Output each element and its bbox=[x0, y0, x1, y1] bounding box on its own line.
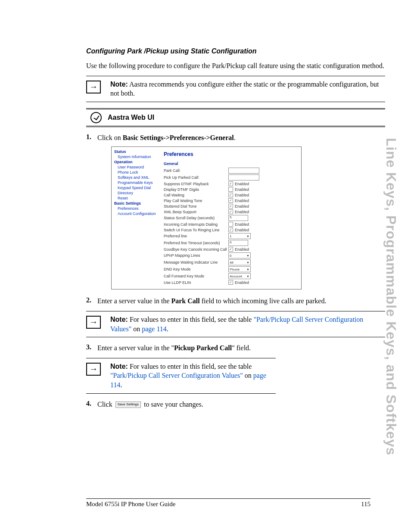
pref-control bbox=[228, 174, 299, 180]
pref-row: Preferred line1▼ bbox=[164, 233, 299, 239]
footer-page-number: 115 bbox=[361, 501, 371, 508]
nav-item[interactable]: Softkeys and XML bbox=[118, 175, 159, 180]
nav-item[interactable]: System Information bbox=[118, 155, 159, 159]
checkbox[interactable]: ✓ bbox=[228, 227, 233, 232]
pref-control: 0▼ bbox=[228, 252, 299, 258]
chevron-down-icon: ▼ bbox=[246, 235, 249, 238]
pref-control bbox=[228, 168, 299, 174]
checkbox[interactable]: ✓ bbox=[228, 247, 233, 252]
link-park-pickup-values[interactable]: "Park/Pickup Call Server Configuration V… bbox=[110, 372, 243, 379]
step-2: 2. Enter a server value in the Park Call… bbox=[86, 296, 385, 306]
text-input[interactable]: 0 bbox=[228, 240, 248, 246]
link-page-114[interactable]: page 114 bbox=[142, 325, 167, 333]
checkbox-label: Enabled bbox=[235, 193, 249, 197]
panel-title: Preferences bbox=[164, 151, 299, 157]
nav-header-basic: Basic Settings bbox=[114, 201, 159, 205]
pref-control: ✓Enabled bbox=[228, 198, 299, 203]
pref-label: Display DTMF Digits bbox=[164, 187, 228, 192]
step-number: 4. bbox=[86, 400, 97, 409]
checkbox[interactable]: ✓ bbox=[228, 181, 233, 186]
pref-label: Stuttered Dial Tone bbox=[164, 204, 228, 208]
pref-control: ✓Enabled bbox=[228, 181, 299, 186]
checkbox[interactable]: ✓ bbox=[228, 193, 233, 197]
pref-row: Preferred line Timeout (seconds)0 bbox=[164, 240, 299, 246]
pref-control: Enabled bbox=[228, 187, 299, 192]
pref-row: Pick Up Parked Call: bbox=[164, 174, 299, 180]
chevron-down-icon: ▼ bbox=[246, 275, 249, 278]
pref-control: ✓Enabled bbox=[228, 247, 299, 252]
checkbox[interactable] bbox=[228, 187, 233, 192]
pref-label: Use LLDP ELIN bbox=[164, 280, 228, 285]
pref-control: ✓Enabled bbox=[228, 193, 299, 197]
checkbox-label: Enabled bbox=[235, 228, 249, 232]
note-label: Note: bbox=[110, 316, 128, 323]
checkbox[interactable]: ✓ bbox=[228, 198, 233, 203]
text-input[interactable]: 5 bbox=[228, 215, 248, 221]
nav-header-operation: Operation bbox=[114, 160, 159, 164]
step-1: 1. Click on Basic Settings->Preferences-… bbox=[86, 133, 385, 143]
checkbox[interactable]: ✓ bbox=[228, 209, 233, 214]
checkbox-label: Enabled bbox=[235, 204, 249, 208]
pref-label: Switch UI Focus To Ringing Line bbox=[164, 228, 228, 232]
pref-row: Incoming Call Interrupts DialingEnabled bbox=[164, 222, 299, 227]
side-chapter-title: Line Keys, Programmable Keys, and Softke… bbox=[383, 138, 399, 455]
pref-label: UPnP Mapping Lines bbox=[164, 253, 228, 258]
pref-control: Account▼ bbox=[228, 273, 299, 279]
step-4: 4. Click Save Settings to save your chan… bbox=[86, 400, 385, 409]
text-input[interactable] bbox=[228, 168, 259, 174]
nav-sidebar: Status System Information Operation User… bbox=[112, 147, 161, 289]
select-input[interactable]: All▼ bbox=[228, 259, 251, 265]
pref-row: Call Forward Key ModeAccount▼ bbox=[164, 273, 299, 279]
pref-control: ✓Enabled bbox=[228, 204, 299, 208]
nav-item[interactable]: User Password bbox=[118, 165, 159, 169]
checkbox-label: Enabled bbox=[235, 210, 249, 214]
arrow-right-icon: → bbox=[86, 316, 101, 329]
pref-control: 5 bbox=[228, 215, 299, 221]
step-number: 1. bbox=[86, 133, 97, 143]
pref-row: Switch UI Focus To Ringing Line✓Enabled bbox=[164, 227, 299, 232]
step-number: 3. bbox=[86, 343, 97, 353]
nav-item[interactable]: Directory bbox=[118, 191, 159, 195]
nav-item[interactable]: Programmable Keys bbox=[118, 180, 159, 185]
pref-row: Use LLDP ELIN✓Enabled bbox=[164, 280, 299, 285]
note-block-1: → Note: Aastra recommends you configure … bbox=[86, 76, 385, 102]
checkbox[interactable]: ✓ bbox=[228, 280, 233, 285]
note-block-2: → Note: For values to enter in this fiel… bbox=[86, 311, 385, 337]
select-input[interactable]: 0▼ bbox=[228, 252, 251, 258]
chevron-down-icon: ▼ bbox=[246, 261, 249, 264]
arrow-right-icon: → bbox=[86, 81, 101, 93]
pref-label: Goodbye Key Cancels Incoming Call bbox=[164, 247, 228, 252]
nav-item[interactable]: Account Configuration bbox=[118, 212, 159, 216]
pref-row: Stuttered Dial Tone✓Enabled bbox=[164, 204, 299, 208]
pref-label: Call Forward Key Mode bbox=[164, 274, 228, 278]
pref-control: ✓Enabled bbox=[228, 209, 299, 214]
section-heading: Configuring Park /Pickup using Static Co… bbox=[86, 47, 385, 55]
pref-row: Status Scroll Delay (seconds)5 bbox=[164, 215, 299, 221]
checkbox[interactable] bbox=[228, 222, 233, 227]
select-input[interactable]: 1▼ bbox=[228, 233, 251, 239]
pref-control: Phone▼ bbox=[228, 266, 299, 272]
note-label: Note: bbox=[110, 81, 128, 88]
webui-label: Aastra Web UI bbox=[108, 114, 154, 121]
nav-item[interactable]: Phone Lock bbox=[118, 170, 159, 174]
nav-item[interactable]: Reset bbox=[118, 196, 159, 200]
select-input[interactable]: Account▼ bbox=[228, 273, 251, 279]
step-number: 2. bbox=[86, 296, 97, 306]
intro-paragraph: Use the following procedure to configure… bbox=[86, 61, 385, 71]
nav-item[interactable]: Preferences bbox=[118, 206, 159, 211]
checkbox-label: Enabled bbox=[235, 182, 249, 186]
note-3-text: Note: For values to enter in this field,… bbox=[110, 362, 276, 390]
pref-label: Park Call: bbox=[164, 168, 228, 173]
select-input[interactable]: Phone▼ bbox=[228, 266, 251, 272]
checkbox-label: Enabled bbox=[235, 280, 249, 285]
nav-header-status: Status bbox=[114, 149, 159, 154]
pref-row: DND Key ModePhone▼ bbox=[164, 266, 299, 272]
pref-control: ✓Enabled bbox=[228, 280, 299, 285]
nav-item[interactable]: Keypad Speed Dial bbox=[118, 186, 159, 190]
pref-label: Suppress DTMF Playback bbox=[164, 182, 228, 186]
save-settings-button[interactable]: Save Settings bbox=[115, 401, 141, 408]
panel-subtitle: General bbox=[164, 162, 299, 166]
checkbox[interactable]: ✓ bbox=[228, 204, 233, 208]
globe-icon bbox=[90, 112, 102, 123]
text-input[interactable] bbox=[228, 174, 259, 180]
